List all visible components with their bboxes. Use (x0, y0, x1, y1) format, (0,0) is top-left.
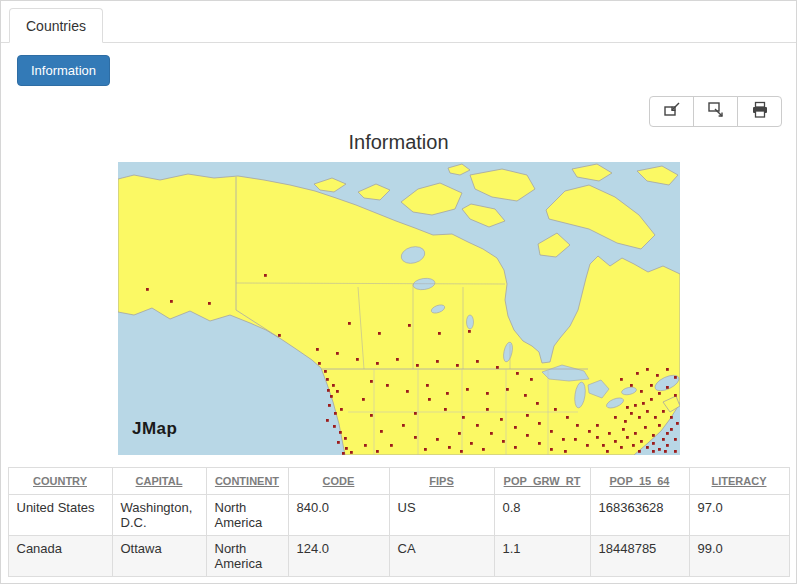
information-button[interactable]: Information (17, 55, 110, 86)
page-title: Information (1, 131, 796, 154)
cell-fips: US (389, 495, 494, 536)
table-row: United States Washington, D.C. North Ame… (8, 495, 789, 536)
col-header-pop-grw-rt[interactable]: POP_GRW_RT (494, 468, 590, 495)
cell-country: Canada (8, 536, 112, 577)
cell-pop-15-64: 168363628 (590, 495, 689, 536)
col-header-literacy[interactable]: LITERACY (689, 468, 789, 495)
export-image-button[interactable] (649, 96, 694, 127)
map-logo: JMap (132, 419, 177, 438)
north-america-map[interactable]: JMap (118, 162, 680, 455)
cell-literacy: 97.0 (689, 495, 789, 536)
page: Countries Information (0, 0, 797, 584)
cell-pop-15-64: 18448785 (590, 536, 689, 577)
cell-capital: Ottawa (112, 536, 206, 577)
cell-continent: North America (206, 536, 288, 577)
col-header-code[interactable]: CODE (288, 468, 389, 495)
cell-pop-grw-rt: 1.1 (494, 536, 590, 577)
export-report-icon (707, 101, 725, 122)
map-container[interactable]: JMap (118, 162, 680, 455)
col-header-fips[interactable]: FIPS (389, 468, 494, 495)
export-button-group (1, 96, 796, 127)
print-button[interactable] (737, 96, 782, 127)
cell-literacy: 99.0 (689, 536, 789, 577)
export-report-button[interactable] (693, 96, 738, 127)
table-row: Canada Ottawa North America 124.0 CA 1.1… (8, 536, 789, 577)
table-header: COUNTRY CAPITAL CONTINENT CODE FIPS POP_… (8, 468, 789, 495)
print-icon (751, 101, 769, 122)
cell-code: 124.0 (288, 536, 389, 577)
col-header-capital[interactable]: CAPITAL (112, 468, 206, 495)
cell-code: 840.0 (288, 495, 389, 536)
tab-countries-label: Countries (26, 18, 86, 34)
cell-capital: Washington, D.C. (112, 495, 206, 536)
tab-bar: Countries (1, 1, 796, 43)
content: Information (1, 43, 796, 577)
export-image-icon (663, 101, 681, 122)
col-header-continent[interactable]: CONTINENT (206, 468, 288, 495)
cell-continent: North America (206, 495, 288, 536)
cell-country: United States (8, 495, 112, 536)
cell-fips: CA (389, 536, 494, 577)
col-header-country[interactable]: COUNTRY (8, 468, 112, 495)
cell-pop-grw-rt: 0.8 (494, 495, 590, 536)
col-header-pop-15-64[interactable]: POP_15_64 (590, 468, 689, 495)
countries-table: COUNTRY CAPITAL CONTINENT CODE FIPS POP_… (8, 467, 790, 577)
tab-countries[interactable]: Countries (9, 8, 103, 43)
